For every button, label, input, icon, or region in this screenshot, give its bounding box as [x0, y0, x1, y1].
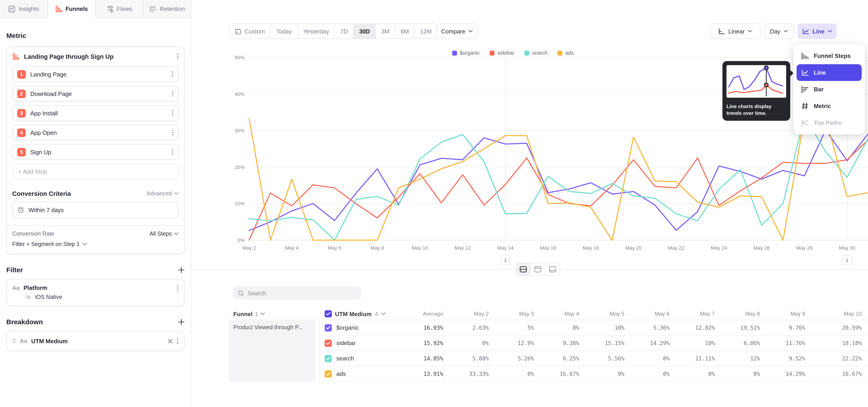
tab-funnels[interactable]: Funnels — [48, 0, 96, 18]
kebab-menu-icon[interactable] — [172, 90, 174, 97]
step-label: Sign Up — [30, 149, 167, 155]
kebab-menu-icon[interactable] — [177, 53, 179, 60]
linear-scale-icon — [718, 28, 725, 35]
funnel-step-app-install[interactable]: 3App Install — [12, 105, 179, 121]
day-value: 0% — [443, 336, 489, 351]
breakdown-header-label: UTM Medium — [335, 310, 372, 317]
menu-item-metric[interactable]: Metric — [797, 98, 862, 115]
funnel-name-cell[interactable]: Product Viewed through P... — [229, 321, 315, 382]
menu-item-funnel-steps[interactable]: Funnel Steps — [797, 48, 862, 64]
column-header-may-10[interactable]: May 10 — [805, 308, 868, 320]
series-cell[interactable]: search — [319, 351, 394, 366]
layout-toggle-group — [516, 263, 560, 276]
remove-breakdown-icon[interactable] — [168, 339, 173, 343]
kebab-menu-icon[interactable] — [177, 338, 179, 344]
funnel-step-landing-page[interactable]: 1Landing Page — [12, 66, 179, 82]
date-range-3m[interactable]: 3M — [376, 24, 395, 38]
conversion-rate-steps-dropdown[interactable]: All Steps — [149, 231, 179, 237]
annotation-badge[interactable]: 1 — [843, 255, 852, 264]
kebab-menu-icon[interactable] — [172, 71, 174, 77]
column-header-may-5[interactable]: May 5 — [579, 308, 624, 320]
series-checkbox[interactable] — [324, 370, 332, 377]
column-header-may-4[interactable]: May 4 — [534, 308, 579, 320]
kebab-menu-icon[interactable] — [172, 149, 174, 155]
menu-item-line[interactable]: Line — [797, 64, 862, 81]
layout-table-only-button[interactable] — [545, 263, 560, 275]
series-checkbox[interactable] — [324, 339, 332, 347]
day-value: 16.67% — [534, 366, 579, 382]
tab-flows[interactable]: Flows — [96, 0, 144, 18]
annotation-badge[interactable]: 1 — [501, 255, 510, 264]
series-cell[interactable]: ads — [319, 366, 394, 382]
layout-chart-only-button[interactable] — [531, 263, 545, 275]
day-value: 12% — [715, 351, 760, 366]
advanced-toggle[interactable]: Advanced — [147, 190, 179, 197]
day-value: 0% — [715, 366, 760, 382]
series-cell[interactable]: sidebar — [319, 336, 394, 351]
filter-value[interactable]: iOS Native — [35, 294, 62, 300]
interval-dropdown[interactable]: Day — [764, 24, 794, 39]
kebab-menu-icon[interactable] — [172, 110, 174, 116]
conversion-criteria-title: Conversion Criteria — [12, 190, 71, 197]
retention-icon — [149, 5, 157, 12]
column-header-average[interactable]: Average — [394, 308, 443, 320]
series-checkbox[interactable] — [324, 324, 332, 331]
menu-item-top-paths[interactable]: Top Paths — [797, 115, 862, 131]
add-breakdown-button[interactable] — [178, 319, 184, 325]
kebab-menu-icon[interactable] — [177, 285, 179, 291]
column-header-may-3[interactable]: May 3 — [489, 308, 534, 320]
column-header-may-2[interactable]: May 2 — [443, 308, 489, 320]
breakdown-property-row[interactable]: Aa UTM Medium — [7, 332, 184, 350]
svg-text:May 20: May 20 — [625, 245, 642, 251]
svg-text:May 12: May 12 — [455, 245, 471, 251]
day-value: 9.76% — [760, 320, 805, 336]
column-header-may-6[interactable]: May 6 — [624, 308, 670, 320]
chart-type-dropdown[interactable]: Line — [798, 24, 837, 39]
day-value: 12.9% — [489, 336, 534, 351]
svg-text:May 24: May 24 — [711, 245, 727, 251]
select-all-checkbox[interactable] — [324, 310, 332, 317]
date-range-7d[interactable]: 7D — [335, 24, 354, 38]
series-name: ads — [336, 370, 346, 377]
filter-property-row[interactable]: Aa Platform — [7, 279, 184, 291]
layout-split-view-button[interactable] — [516, 263, 531, 275]
table-row-sidebar: sidebar15.92%0%12.9%9.38%15.15%14.29%10%… — [229, 336, 868, 351]
date-range-12m[interactable]: 12M — [415, 24, 437, 38]
date-range-today[interactable]: Today — [271, 24, 298, 38]
add-filter-button[interactable] — [178, 267, 184, 273]
compare-button[interactable]: Compare — [437, 24, 477, 39]
breakdown-column-dropdown[interactable]: UTM Medium 4 — [319, 308, 394, 320]
series-checkbox[interactable] — [324, 355, 332, 362]
svg-text:1: 1 — [846, 257, 848, 263]
tab-retention[interactable]: Retention — [144, 0, 191, 18]
add-step-button[interactable]: + Add Step — [12, 164, 179, 179]
scale-dropdown[interactable]: Linear — [710, 24, 761, 39]
column-header-may-9[interactable]: May 9 — [760, 308, 805, 320]
tab-insights[interactable]: Insights — [0, 0, 48, 18]
scale-label: Linear — [728, 28, 745, 35]
kebab-menu-icon[interactable] — [172, 129, 174, 136]
series-cell[interactable]: $organic — [319, 320, 394, 336]
funnel-column-dropdown[interactable]: Funnel 1 — [229, 308, 319, 320]
search-input[interactable] — [248, 290, 357, 296]
column-header-may-8[interactable]: May 8 — [715, 308, 760, 320]
conversion-window-button[interactable]: Within 7 days — [12, 202, 179, 218]
line-chart-icon — [801, 69, 809, 76]
funnel-step-sign-up[interactable]: 5Sign Up — [12, 144, 179, 160]
date-range-custom[interactable]: Custom — [229, 24, 271, 38]
chevron-down-icon — [174, 192, 179, 195]
date-range-yesterday[interactable]: Yesterday — [298, 24, 335, 38]
funnel-step-download-page[interactable]: 2Download Page — [12, 86, 179, 101]
funnel-step-app-open[interactable]: 4App Open — [12, 125, 179, 140]
menu-item-bar[interactable]: Bar — [797, 81, 862, 98]
svg-text:30%: 30% — [235, 128, 245, 133]
column-header-may-7[interactable]: May 7 — [670, 308, 715, 320]
date-range-control: CustomTodayYesterday7D30D3M6M12M — [229, 24, 438, 39]
filter-segment-step-dropdown[interactable]: Filter + Segment on Step 1 — [12, 241, 179, 247]
date-range-30d[interactable]: 30D — [354, 24, 376, 38]
filter-operator[interactable]: Is — [26, 294, 31, 300]
drag-handle-icon[interactable] — [12, 339, 16, 343]
day-value: 11.76% — [760, 336, 805, 351]
date-range-6m[interactable]: 6M — [395, 24, 415, 38]
table-search — [233, 286, 361, 300]
